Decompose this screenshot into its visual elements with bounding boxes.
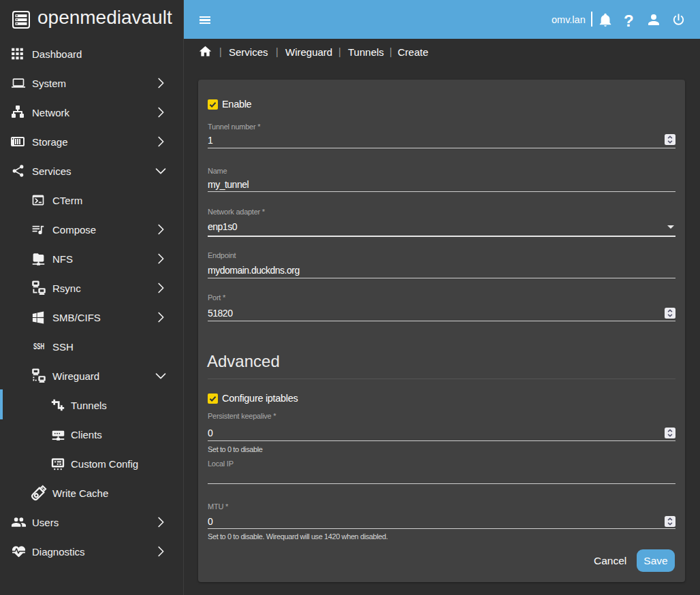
svg-text:SSH: SSH [33, 341, 44, 351]
